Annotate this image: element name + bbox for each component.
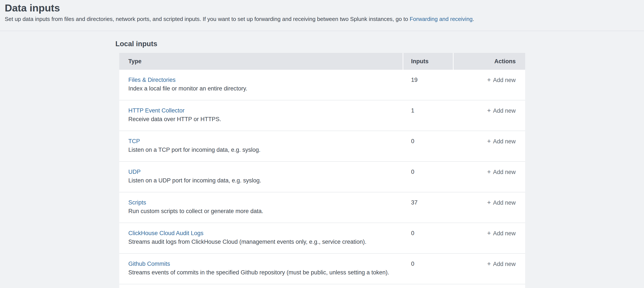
inputs-count: 0: [403, 162, 453, 192]
actions-cell: +Add new: [454, 70, 525, 100]
table-row-tcp: TCP Listen on a TCP port for incoming da…: [119, 131, 525, 162]
type-link[interactable]: Scripts: [128, 198, 146, 207]
table-row-scripts: Scripts Run custom scripts to collect or…: [119, 192, 525, 223]
inputs-count: 1: [403, 100, 453, 131]
type-cell: ClickHouse Cloud Audit Logs Streams audi…: [119, 223, 403, 253]
column-header-actions: Actions: [454, 53, 525, 70]
column-header-inputs: Inputs: [403, 53, 453, 70]
page-header: Data inputs Set up data inputs from file…: [0, 0, 644, 31]
add-new-label: Add new: [493, 138, 516, 145]
table-header-row: Type Inputs Actions: [119, 53, 525, 70]
inputs-count: 0: [403, 254, 453, 284]
type-cell: Github Commits Streams events of commits…: [119, 254, 403, 284]
type-description: Receive data over HTTP or HTTPS.: [128, 115, 403, 124]
actions-cell: +Add new: [454, 254, 525, 284]
type-link[interactable]: ClickHouse Cloud Audit Logs: [128, 229, 204, 237]
type-cell: TCP Listen on a TCP port for incoming da…: [119, 131, 403, 161]
plus-icon: +: [487, 137, 491, 146]
page-subtitle-period: .: [472, 16, 474, 22]
table-row-github-commits: Github Commits Streams events of commits…: [119, 254, 525, 284]
plus-icon: +: [487, 106, 491, 115]
type-link[interactable]: Github Commits: [128, 259, 170, 268]
actions-cell: +Add new: [454, 192, 525, 223]
add-new-link[interactable]: +Add new: [487, 108, 516, 114]
inputs-count: 0: [403, 131, 453, 161]
plus-icon: +: [487, 168, 491, 176]
add-new-link[interactable]: +Add new: [487, 230, 516, 237]
partial-row: [119, 284, 525, 288]
actions-cell: +Add new: [454, 131, 525, 161]
table-row-http-event-collector: HTTP Event Collector Receive data over H…: [119, 100, 525, 131]
add-new-label: Add new: [493, 77, 516, 83]
inputs-count: 0: [403, 223, 453, 253]
plus-icon: +: [487, 259, 491, 268]
type-link[interactable]: UDP: [128, 168, 140, 176]
add-new-link[interactable]: +Add new: [487, 138, 516, 145]
type-description: Run custom scripts to collect or generat…: [128, 207, 403, 215]
page-subtitle: Set up data inputs from files and direct…: [5, 15, 639, 23]
inputs-count: 19: [403, 70, 453, 100]
table-row-udp: UDP Listen on a UDP port for incoming da…: [119, 162, 525, 192]
type-cell: HTTP Event Collector Receive data over H…: [119, 100, 403, 131]
column-header-type: Type: [119, 53, 403, 70]
add-new-label: Add new: [493, 261, 516, 267]
plus-icon: +: [487, 198, 491, 207]
add-new-label: Add new: [493, 230, 516, 237]
add-new-link[interactable]: +Add new: [487, 169, 516, 175]
main-content: Local inputs Type Inputs Actions Files &…: [0, 31, 644, 288]
type-description: Streams audit logs from ClickHouse Cloud…: [128, 237, 403, 246]
type-cell: UDP Listen on a UDP port for incoming da…: [119, 162, 403, 192]
type-link[interactable]: Files & Directories: [128, 76, 176, 84]
actions-cell: +Add new: [454, 100, 525, 131]
add-new-label: Add new: [493, 108, 516, 114]
type-description: Streams events of commits in the specifi…: [128, 268, 403, 277]
page-title: Data inputs: [5, 2, 639, 14]
type-description: Index a local file or monitor an entire …: [128, 84, 403, 93]
add-new-label: Add new: [493, 169, 516, 175]
forwarding-and-receiving-link[interactable]: Forwarding and receiving: [410, 16, 472, 22]
actions-cell: +Add new: [454, 162, 525, 192]
plus-icon: +: [487, 76, 491, 84]
table-row-files-directories: Files & Directories Index a local file o…: [119, 70, 525, 100]
local-inputs-table: Type Inputs Actions Files & Directories …: [119, 53, 525, 288]
type-description: Listen on a TCP port for incoming data, …: [128, 146, 403, 154]
add-new-label: Add new: [493, 199, 516, 206]
add-new-link[interactable]: +Add new: [487, 261, 516, 267]
plus-icon: +: [487, 229, 491, 237]
type-cell: Scripts Run custom scripts to collect or…: [119, 192, 403, 223]
actions-cell: +Add new: [454, 223, 525, 253]
add-new-link[interactable]: +Add new: [487, 77, 516, 83]
type-description: Listen on a UDP port for incoming data, …: [128, 176, 403, 185]
type-link[interactable]: TCP: [128, 137, 140, 146]
page-subtitle-text: Set up data inputs from files and direct…: [5, 16, 410, 22]
type-link[interactable]: HTTP Event Collector: [128, 106, 184, 115]
inputs-count: 37: [403, 192, 453, 223]
type-cell: Files & Directories Index a local file o…: [119, 70, 403, 100]
table-row-clickhouse-cloud-audit-logs: ClickHouse Cloud Audit Logs Streams audi…: [119, 223, 525, 254]
section-title-local-inputs: Local inputs: [116, 39, 644, 48]
add-new-link[interactable]: +Add new: [487, 199, 516, 206]
